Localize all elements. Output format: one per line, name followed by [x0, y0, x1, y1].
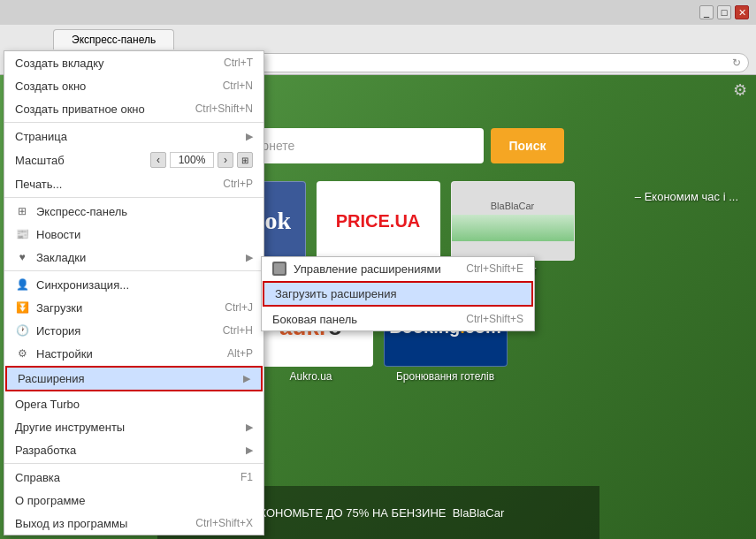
new-window-shortcut: Ctrl+N	[223, 80, 253, 92]
menu-downloads[interactable]: ⏬ Загрузки Ctrl+J	[4, 296, 263, 319]
main-menu: Создать вкладку Ctrl+T Создать окно Ctrl…	[4, 50, 264, 535]
sidebar-panel-label: Боковая панель	[272, 313, 357, 326]
title-bar: _ □ ✕	[0, 0, 756, 25]
aukro-site-label: Aukro.ua	[249, 370, 373, 383]
divider-1	[4, 122, 263, 123]
tab-label: Экспресс-панель	[72, 34, 156, 46]
scale-expand[interactable]: ⊞	[237, 152, 253, 168]
print-label: Печать...	[15, 178, 62, 191]
manage-extensions-label: Управление расширениями	[294, 262, 441, 276]
dev-arrow: ▶	[246, 444, 253, 456]
price-text: PRICE.UA	[336, 211, 421, 232]
help-label: Справка	[15, 471, 60, 484]
booking-site-label: Бронювання готелів	[384, 370, 508, 383]
menu-dev[interactable]: Разработка ▶	[4, 438, 263, 461]
close-button[interactable]: ✕	[735, 5, 749, 19]
scale-increase[interactable]: ›	[218, 152, 233, 168]
settings-label: Настройки	[36, 347, 93, 361]
menu-print[interactable]: Печать... Ctrl+P	[4, 172, 263, 195]
minimize-button[interactable]: _	[699, 5, 714, 19]
bookmarks-arrow: ▶	[246, 252, 253, 263]
new-window-label: Создать окно	[15, 80, 86, 93]
news-label: Новости	[36, 228, 80, 241]
submenu-manage[interactable]: Управление расширениями Ctrl+Shift+E	[262, 257, 534, 280]
menu-extensions[interactable]: Расширения ▶	[5, 366, 263, 391]
history-label: История	[36, 324, 80, 338]
menu-page[interactable]: Страница ▶	[4, 125, 263, 148]
divider-2	[4, 197, 263, 198]
bookmarks-icon: ♥	[15, 250, 29, 264]
menu-new-tab[interactable]: Создать вкладку Ctrl+T	[4, 51, 263, 74]
menu-help[interactable]: Справка F1	[4, 466, 263, 489]
page-hint: – Економим час і ...	[635, 190, 738, 203]
submenu-load[interactable]: Загрузить расширения	[263, 281, 533, 307]
bookmarks-label: Закладки	[36, 251, 86, 264]
page-label: Страница	[15, 130, 67, 143]
page-toolbar: ⚙	[733, 75, 747, 105]
zoom-label: Масштаб	[15, 154, 65, 167]
menu-new-window[interactable]: Создать окно Ctrl+N	[4, 74, 263, 97]
sidebar-shortcut: Ctrl+Shift+S	[466, 313, 523, 325]
help-shortcut: F1	[241, 471, 253, 483]
other-tools-label: Другие инструменты	[15, 421, 125, 434]
menu-zoom[interactable]: Масштаб ‹ 100% › ⊞	[4, 148, 263, 172]
submenu-sidebar[interactable]: Боковая панель Ctrl+Shift+S	[262, 307, 534, 330]
divider-4	[4, 463, 263, 464]
tab-bar: Экспресс-панель	[0, 25, 756, 49]
opera-turbo-label: Opera Turbo	[15, 398, 80, 411]
about-label: О программе	[15, 494, 86, 507]
scale-decrease[interactable]: ‹	[150, 152, 166, 168]
menu-opera-turbo[interactable]: Opera Turbo	[4, 392, 263, 415]
divider-3	[4, 270, 263, 271]
price-thumb: PRICE.UA	[317, 181, 440, 261]
page-arrow: ▶	[246, 131, 253, 142]
extensions-submenu: Управление расширениями Ctrl+Shift+E Заг…	[261, 256, 535, 331]
private-window-shortcut: Ctrl+Shift+N	[195, 102, 253, 115]
extensions-arrow: ▶	[243, 373, 250, 384]
news-icon: 📰	[15, 227, 29, 241]
express-label: Экспресс-панель	[36, 205, 127, 218]
new-tab-shortcut: Ctrl+T	[224, 57, 253, 69]
manage-extensions-shortcut: Ctrl+Shift+E	[466, 262, 523, 275]
search-button[interactable]: Поиск	[491, 128, 563, 163]
private-window-label: Создать приватное окно	[15, 102, 145, 116]
menu-bookmarks[interactable]: ♥ Закладки ▶	[4, 246, 263, 269]
menu-other-tools[interactable]: Другие инструменты ▶	[4, 415, 263, 438]
blabl-thumb: BlaBlaCar	[451, 181, 575, 261]
menu-exit[interactable]: Выход из программы Ctrl+Shift+X	[4, 512, 263, 535]
scale-control: ‹ 100% › ⊞	[150, 152, 253, 168]
maximize-button[interactable]: □	[717, 5, 731, 19]
sync-label: Синхронизация...	[36, 278, 129, 292]
history-icon: 🕐	[15, 323, 29, 338]
blabl-text: BlaBlaCar	[491, 201, 535, 211]
settings-icon[interactable]: ⚙	[733, 80, 747, 100]
menu-private-window[interactable]: Создать приватное окно Ctrl+Shift+N	[4, 97, 263, 120]
menu-settings[interactable]: ⚙ Настройки Alt+P	[4, 342, 263, 365]
express-icon: ⊞	[15, 204, 29, 218]
print-shortcut: Ctrl+P	[223, 178, 253, 190]
tab-express[interactable]: Экспресс-панель	[53, 29, 174, 49]
load-extensions-label: Загрузить расширения	[275, 287, 397, 300]
sync-icon: 👤	[15, 277, 29, 292]
downloads-shortcut: Ctrl+J	[225, 301, 253, 314]
menu-history[interactable]: 🕐 История Ctrl+H	[4, 319, 263, 342]
menu-sync[interactable]: 👤 Синхронизация...	[4, 273, 263, 296]
menu-express[interactable]: ⊞ Экспресс-панель	[4, 200, 263, 223]
blabl-brand: BlaBlaCar	[453, 506, 505, 520]
extensions-label: Расширения	[18, 372, 85, 385]
downloads-icon: ⏬	[15, 300, 29, 315]
exit-label: Выход из программы	[15, 517, 127, 530]
history-shortcut: Ctrl+H	[223, 324, 253, 337]
menu-news[interactable]: 📰 Новости	[4, 223, 263, 246]
scale-value: 100%	[170, 152, 214, 168]
menu-about[interactable]: О программе	[4, 489, 263, 512]
dev-label: Разработка	[15, 444, 76, 457]
reload-icon[interactable]: ↻	[732, 57, 741, 69]
ext-manage-icon	[272, 262, 286, 276]
exit-shortcut: Ctrl+Shift+X	[195, 517, 253, 529]
other-tools-arrow: ▶	[246, 421, 253, 433]
banner-text: ЕКОНОМЬТЕ ДО 75% НА БЕНЗИНЕ	[252, 506, 447, 520]
settings-menu-icon: ⚙	[15, 346, 29, 361]
downloads-label: Загрузки	[36, 301, 82, 315]
settings-shortcut: Alt+P	[227, 347, 253, 360]
